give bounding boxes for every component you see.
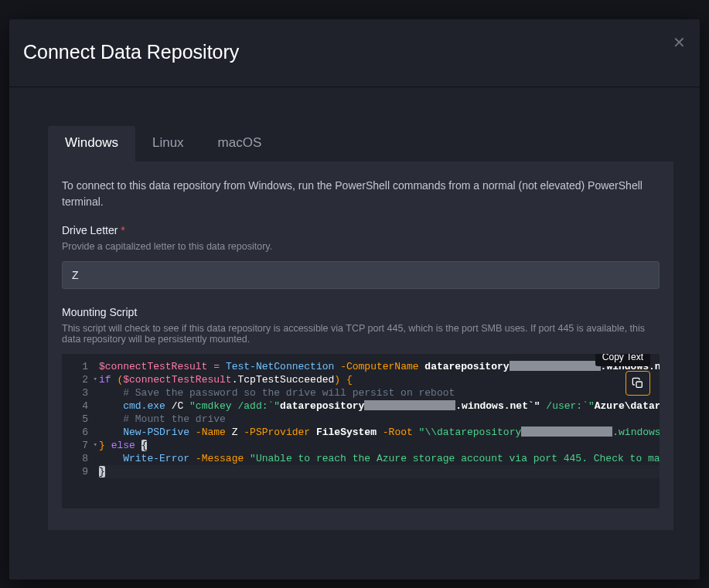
- redacted-segment: [510, 361, 601, 371]
- modal-body: Windows Linux macOS To connect to this d…: [9, 87, 700, 530]
- windows-panel: To connect to this data repository from …: [48, 162, 673, 530]
- drive-letter-help: Provide a capitalized letter to this dat…: [62, 241, 660, 252]
- line-number: 7▾: [62, 439, 96, 452]
- os-tabs: Windows Linux macOS: [48, 126, 673, 162]
- redacted-segment: [521, 427, 612, 437]
- line-number: 1: [62, 360, 96, 373]
- line-number: 3: [62, 386, 96, 399]
- copy-tooltip: Copy Text: [595, 354, 650, 366]
- copy-icon: [632, 377, 644, 389]
- line-number: 6: [62, 426, 96, 439]
- fold-chevron-icon[interactable]: ▾: [94, 373, 97, 386]
- line-number: 5: [62, 413, 96, 426]
- redacted-segment: [364, 400, 455, 410]
- tab-macos[interactable]: macOS: [201, 126, 279, 161]
- panel-intro: To connect to this data repository from …: [62, 178, 660, 210]
- drive-letter-input[interactable]: [62, 261, 660, 289]
- fold-chevron-icon[interactable]: ▾: [94, 439, 97, 452]
- modal-header: Connect Data Repository ✕: [9, 19, 700, 87]
- mounting-script-help: This script will check to see if this da…: [62, 323, 660, 345]
- line-number: 8: [62, 452, 96, 465]
- code-editor[interactable]: 1 2▾ 3 4 5 6 7▾ 8 9 $connectTestResult =…: [62, 354, 660, 508]
- connect-repo-modal: Connect Data Repository ✕ Windows Linux …: [9, 19, 700, 580]
- svg-rect-0: [636, 382, 642, 387]
- modal-title: Connect Data Repository: [23, 41, 677, 63]
- line-number: 9: [62, 465, 96, 478]
- close-icon[interactable]: ✕: [673, 33, 686, 52]
- tab-linux[interactable]: Linux: [135, 126, 201, 161]
- code-content[interactable]: $connectTestResult = Test-NetConnection …: [99, 360, 660, 492]
- line-number: 2▾: [62, 373, 96, 386]
- tab-windows[interactable]: Windows: [48, 126, 135, 161]
- mounting-script-label: Mounting Script: [62, 306, 660, 318]
- drive-letter-label: Drive Letter *: [62, 224, 660, 236]
- code-gutter: 1 2▾ 3 4 5 6 7▾ 8 9: [62, 360, 96, 478]
- drive-letter-label-text: Drive Letter: [62, 224, 118, 236]
- copy-button[interactable]: [625, 371, 650, 396]
- line-number: 4: [62, 399, 96, 413]
- required-asterisk: *: [121, 224, 124, 236]
- copy-group: Copy Text: [625, 371, 650, 396]
